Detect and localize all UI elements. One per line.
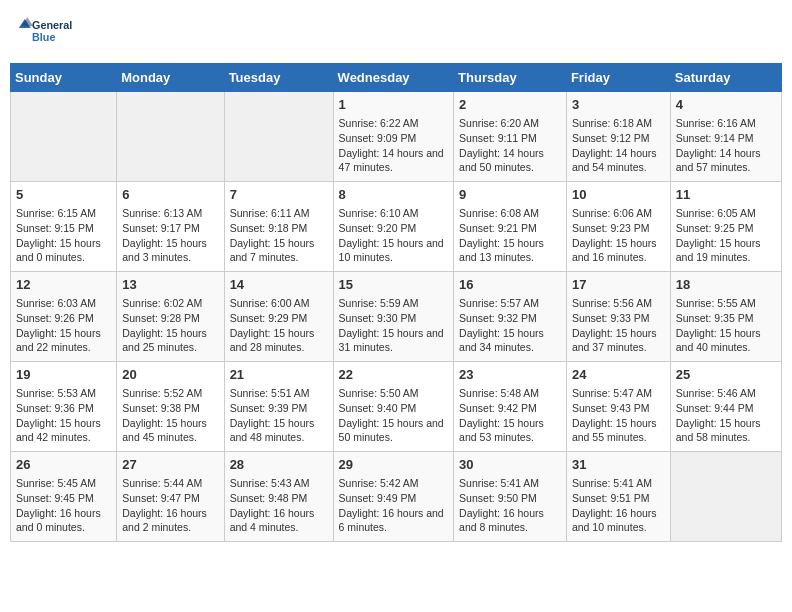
calendar-cell: 5Sunrise: 6:15 AMSunset: 9:15 PMDaylight… (11, 182, 117, 272)
calendar-cell: 27Sunrise: 5:44 AMSunset: 9:47 PMDayligh… (117, 452, 224, 542)
calendar-cell: 16Sunrise: 5:57 AMSunset: 9:32 PMDayligh… (454, 272, 567, 362)
day-info: Sunrise: 6:18 AMSunset: 9:12 PMDaylight:… (572, 116, 665, 175)
day-number: 21 (230, 366, 328, 384)
day-number: 31 (572, 456, 665, 474)
svg-text:Blue: Blue (32, 31, 55, 43)
header-friday: Friday (566, 64, 670, 92)
day-number: 18 (676, 276, 776, 294)
header-monday: Monday (117, 64, 224, 92)
calendar-cell (117, 92, 224, 182)
day-info: Sunrise: 5:42 AMSunset: 9:49 PMDaylight:… (339, 476, 449, 535)
day-number: 28 (230, 456, 328, 474)
calendar-cell: 21Sunrise: 5:51 AMSunset: 9:39 PMDayligh… (224, 362, 333, 452)
day-info: Sunrise: 6:13 AMSunset: 9:17 PMDaylight:… (122, 206, 218, 265)
calendar-cell: 6Sunrise: 6:13 AMSunset: 9:17 PMDaylight… (117, 182, 224, 272)
day-number: 1 (339, 96, 449, 114)
day-info: Sunrise: 6:06 AMSunset: 9:23 PMDaylight:… (572, 206, 665, 265)
calendar-table: SundayMondayTuesdayWednesdayThursdayFrid… (10, 63, 782, 542)
calendar-header-row: SundayMondayTuesdayWednesdayThursdayFrid… (11, 64, 782, 92)
calendar-cell: 17Sunrise: 5:56 AMSunset: 9:33 PMDayligh… (566, 272, 670, 362)
svg-text:General: General (32, 19, 72, 31)
day-number: 9 (459, 186, 561, 204)
calendar-cell (224, 92, 333, 182)
day-number: 14 (230, 276, 328, 294)
day-number: 12 (16, 276, 111, 294)
day-info: Sunrise: 6:05 AMSunset: 9:25 PMDaylight:… (676, 206, 776, 265)
header-sunday: Sunday (11, 64, 117, 92)
day-number: 10 (572, 186, 665, 204)
day-number: 23 (459, 366, 561, 384)
calendar-cell: 12Sunrise: 6:03 AMSunset: 9:26 PMDayligh… (11, 272, 117, 362)
calendar-cell: 22Sunrise: 5:50 AMSunset: 9:40 PMDayligh… (333, 362, 454, 452)
week-row-2: 5Sunrise: 6:15 AMSunset: 9:15 PMDaylight… (11, 182, 782, 272)
calendar-cell: 3Sunrise: 6:18 AMSunset: 9:12 PMDaylight… (566, 92, 670, 182)
day-info: Sunrise: 5:55 AMSunset: 9:35 PMDaylight:… (676, 296, 776, 355)
day-info: Sunrise: 6:22 AMSunset: 9:09 PMDaylight:… (339, 116, 449, 175)
day-number: 3 (572, 96, 665, 114)
day-info: Sunrise: 5:41 AMSunset: 9:51 PMDaylight:… (572, 476, 665, 535)
logo: General Blue (14, 10, 104, 55)
day-info: Sunrise: 5:43 AMSunset: 9:48 PMDaylight:… (230, 476, 328, 535)
day-info: Sunrise: 5:44 AMSunset: 9:47 PMDaylight:… (122, 476, 218, 535)
calendar-cell (670, 452, 781, 542)
page-header: General Blue (10, 10, 782, 55)
day-number: 17 (572, 276, 665, 294)
calendar-cell: 19Sunrise: 5:53 AMSunset: 9:36 PMDayligh… (11, 362, 117, 452)
day-info: Sunrise: 5:53 AMSunset: 9:36 PMDaylight:… (16, 386, 111, 445)
day-info: Sunrise: 5:47 AMSunset: 9:43 PMDaylight:… (572, 386, 665, 445)
calendar-cell: 15Sunrise: 5:59 AMSunset: 9:30 PMDayligh… (333, 272, 454, 362)
day-info: Sunrise: 6:11 AMSunset: 9:18 PMDaylight:… (230, 206, 328, 265)
calendar-cell: 4Sunrise: 6:16 AMSunset: 9:14 PMDaylight… (670, 92, 781, 182)
day-number: 2 (459, 96, 561, 114)
week-row-1: 1Sunrise: 6:22 AMSunset: 9:09 PMDaylight… (11, 92, 782, 182)
calendar-cell: 11Sunrise: 6:05 AMSunset: 9:25 PMDayligh… (670, 182, 781, 272)
header-saturday: Saturday (670, 64, 781, 92)
day-info: Sunrise: 5:59 AMSunset: 9:30 PMDaylight:… (339, 296, 449, 355)
day-number: 24 (572, 366, 665, 384)
calendar-cell: 2Sunrise: 6:20 AMSunset: 9:11 PMDaylight… (454, 92, 567, 182)
calendar-cell: 14Sunrise: 6:00 AMSunset: 9:29 PMDayligh… (224, 272, 333, 362)
calendar-cell: 30Sunrise: 5:41 AMSunset: 9:50 PMDayligh… (454, 452, 567, 542)
day-number: 22 (339, 366, 449, 384)
calendar-cell: 29Sunrise: 5:42 AMSunset: 9:49 PMDayligh… (333, 452, 454, 542)
day-number: 16 (459, 276, 561, 294)
day-info: Sunrise: 5:52 AMSunset: 9:38 PMDaylight:… (122, 386, 218, 445)
day-info: Sunrise: 5:46 AMSunset: 9:44 PMDaylight:… (676, 386, 776, 445)
day-info: Sunrise: 5:57 AMSunset: 9:32 PMDaylight:… (459, 296, 561, 355)
day-info: Sunrise: 5:51 AMSunset: 9:39 PMDaylight:… (230, 386, 328, 445)
calendar-cell (11, 92, 117, 182)
day-info: Sunrise: 5:45 AMSunset: 9:45 PMDaylight:… (16, 476, 111, 535)
calendar-cell: 8Sunrise: 6:10 AMSunset: 9:20 PMDaylight… (333, 182, 454, 272)
day-number: 8 (339, 186, 449, 204)
day-number: 25 (676, 366, 776, 384)
header-wednesday: Wednesday (333, 64, 454, 92)
header-thursday: Thursday (454, 64, 567, 92)
calendar-cell: 31Sunrise: 5:41 AMSunset: 9:51 PMDayligh… (566, 452, 670, 542)
calendar-cell: 26Sunrise: 5:45 AMSunset: 9:45 PMDayligh… (11, 452, 117, 542)
day-number: 30 (459, 456, 561, 474)
calendar-cell: 1Sunrise: 6:22 AMSunset: 9:09 PMDaylight… (333, 92, 454, 182)
calendar-cell: 18Sunrise: 5:55 AMSunset: 9:35 PMDayligh… (670, 272, 781, 362)
calendar-cell: 10Sunrise: 6:06 AMSunset: 9:23 PMDayligh… (566, 182, 670, 272)
calendar-cell: 23Sunrise: 5:48 AMSunset: 9:42 PMDayligh… (454, 362, 567, 452)
day-number: 29 (339, 456, 449, 474)
day-number: 26 (16, 456, 111, 474)
header-tuesday: Tuesday (224, 64, 333, 92)
day-info: Sunrise: 6:00 AMSunset: 9:29 PMDaylight:… (230, 296, 328, 355)
calendar-cell: 13Sunrise: 6:02 AMSunset: 9:28 PMDayligh… (117, 272, 224, 362)
day-info: Sunrise: 6:16 AMSunset: 9:14 PMDaylight:… (676, 116, 776, 175)
day-number: 19 (16, 366, 111, 384)
calendar-cell: 24Sunrise: 5:47 AMSunset: 9:43 PMDayligh… (566, 362, 670, 452)
day-info: Sunrise: 5:56 AMSunset: 9:33 PMDaylight:… (572, 296, 665, 355)
day-info: Sunrise: 6:02 AMSunset: 9:28 PMDaylight:… (122, 296, 218, 355)
day-number: 13 (122, 276, 218, 294)
week-row-5: 26Sunrise: 5:45 AMSunset: 9:45 PMDayligh… (11, 452, 782, 542)
calendar-cell: 9Sunrise: 6:08 AMSunset: 9:21 PMDaylight… (454, 182, 567, 272)
day-info: Sunrise: 6:15 AMSunset: 9:15 PMDaylight:… (16, 206, 111, 265)
calendar-cell: 28Sunrise: 5:43 AMSunset: 9:48 PMDayligh… (224, 452, 333, 542)
calendar-cell: 25Sunrise: 5:46 AMSunset: 9:44 PMDayligh… (670, 362, 781, 452)
day-number: 4 (676, 96, 776, 114)
day-info: Sunrise: 6:10 AMSunset: 9:20 PMDaylight:… (339, 206, 449, 265)
week-row-3: 12Sunrise: 6:03 AMSunset: 9:26 PMDayligh… (11, 272, 782, 362)
day-number: 11 (676, 186, 776, 204)
